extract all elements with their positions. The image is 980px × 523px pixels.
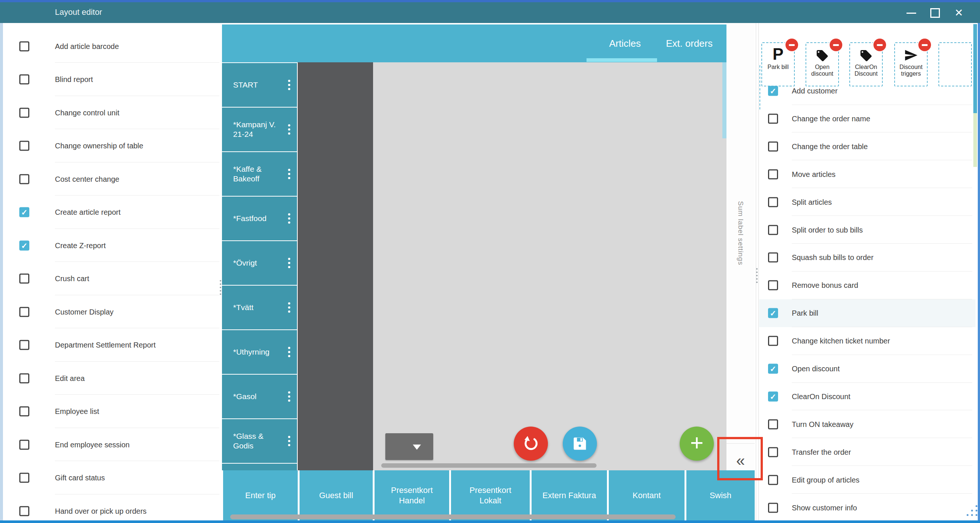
checkbox[interactable]: [19, 307, 29, 317]
kebab-menu-icon[interactable]: [288, 124, 290, 135]
right-splitter-handle[interactable]: [756, 268, 758, 283]
save-button[interactable]: [563, 426, 597, 461]
order-function-row[interactable]: Turn ON takeaway: [759, 410, 978, 438]
payment-button[interactable]: Presentkort Handel: [375, 470, 449, 520]
function-row[interactable]: Employee list: [3, 395, 221, 428]
checkbox[interactable]: [768, 475, 778, 485]
payment-button[interactable]: Swish: [686, 470, 755, 520]
category-button[interactable]: START: [222, 63, 297, 107]
payment-button[interactable]: Enter tip: [223, 470, 298, 520]
checkbox[interactable]: [768, 336, 778, 346]
checkbox[interactable]: [19, 74, 29, 85]
function-row[interactable]: Customer Display: [3, 295, 221, 328]
order-function-row[interactable]: ✓ClearOn Discount: [759, 382, 978, 410]
checkbox[interactable]: [768, 141, 778, 151]
checkbox[interactable]: [19, 274, 29, 284]
checkbox[interactable]: [19, 473, 29, 483]
checkbox[interactable]: [19, 506, 29, 516]
order-function-row[interactable]: ✓Open discount: [759, 355, 978, 383]
function-row[interactable]: Add article barcode: [3, 30, 221, 63]
order-function-row[interactable]: Change kitchen ticket number: [759, 327, 978, 355]
checkbox[interactable]: [768, 419, 778, 429]
checkbox[interactable]: [19, 340, 29, 350]
canvas-horizontal-scrollbar[interactable]: [381, 463, 597, 468]
kebab-menu-icon[interactable]: [288, 391, 290, 402]
checkbox[interactable]: ✓: [768, 391, 778, 401]
checkbox[interactable]: [19, 41, 29, 51]
canvas-vertical-scrollbar[interactable]: [722, 62, 727, 138]
checkbox[interactable]: [19, 174, 29, 184]
order-function-row[interactable]: ✓Add customer: [759, 77, 978, 105]
minimize-button[interactable]: [903, 5, 920, 22]
function-row[interactable]: Gift card status: [3, 461, 221, 494]
checkbox[interactable]: ✓: [19, 208, 29, 217]
close-button[interactable]: ✕: [950, 5, 967, 22]
category-button[interactable]: *Uthyrning: [222, 330, 297, 374]
kebab-menu-icon[interactable]: [288, 258, 290, 268]
checkbox[interactable]: [768, 281, 778, 290]
remove-slot-button[interactable]: [918, 38, 932, 52]
function-row[interactable]: Change ownership of table: [3, 130, 221, 162]
right-scrollbar-thumb[interactable]: [973, 24, 977, 113]
tab-articles[interactable]: Articles: [609, 38, 641, 49]
order-function-row[interactable]: Change the order table: [759, 132, 978, 160]
order-function-row[interactable]: Change the order name: [759, 105, 978, 132]
remove-slot-button[interactable]: [785, 38, 799, 52]
payment-button[interactable]: Extern Faktura: [531, 470, 607, 520]
order-function-row[interactable]: Edit group of articles: [759, 466, 978, 494]
category-button[interactable]: *Fastfood: [222, 197, 297, 240]
kebab-menu-icon[interactable]: [288, 347, 290, 357]
category-button[interactable]: *Tvätt: [222, 285, 297, 330]
add-button[interactable]: +: [680, 426, 714, 461]
checkbox[interactable]: [19, 141, 29, 151]
category-button[interactable]: *Övrigt: [222, 241, 297, 285]
canvas-dropdown[interactable]: [385, 433, 433, 460]
tab-ext-orders[interactable]: Ext. orders: [666, 38, 713, 49]
kebab-menu-icon[interactable]: [288, 436, 290, 446]
payment-button[interactable]: Guest bill: [299, 470, 373, 520]
checkbox[interactable]: [768, 169, 778, 179]
function-row[interactable]: ✓Create article report: [3, 196, 221, 229]
kebab-menu-icon[interactable]: [288, 169, 290, 179]
left-splitter-handle[interactable]: [220, 280, 221, 295]
layout-canvas[interactable]: [373, 62, 727, 470]
maximize-button[interactable]: [926, 5, 943, 22]
checkbox[interactable]: [19, 439, 29, 450]
kebab-menu-icon[interactable]: [288, 302, 290, 313]
order-function-row[interactable]: Show customer info: [759, 494, 978, 521]
checkbox[interactable]: [768, 225, 778, 235]
remove-slot-button[interactable]: [873, 38, 887, 52]
checkbox[interactable]: [768, 253, 778, 263]
function-row[interactable]: Crush cart: [3, 262, 221, 295]
category-button[interactable]: *Gasol: [222, 375, 297, 418]
order-function-row[interactable]: Split order to sub bills: [759, 216, 978, 244]
undo-button[interactable]: [514, 426, 548, 461]
order-function-row[interactable]: Squash sub bills to order: [759, 244, 978, 271]
checkbox[interactable]: [768, 502, 778, 513]
function-row[interactable]: Edit area: [3, 361, 221, 395]
kebab-menu-icon[interactable]: [288, 213, 290, 223]
category-button[interactable]: *Kaffe & Bakeoff: [222, 152, 297, 196]
category-button[interactable]: *Glass & Godis: [222, 419, 297, 463]
kebab-menu-icon[interactable]: [288, 80, 290, 90]
remove-slot-button[interactable]: [829, 38, 843, 52]
checkbox[interactable]: [19, 108, 29, 117]
function-row[interactable]: End employee session: [3, 428, 221, 461]
function-row[interactable]: Department Settlement Report: [3, 329, 221, 361]
checkbox[interactable]: ✓: [768, 86, 778, 96]
payment-button[interactable]: Presentkort Lokalt: [451, 470, 530, 520]
function-row[interactable]: Blind report: [3, 63, 221, 96]
order-function-row[interactable]: ✓Park bill: [759, 300, 978, 327]
category-button-partial[interactable]: [222, 464, 297, 470]
checkbox[interactable]: ✓: [768, 308, 778, 318]
function-row[interactable]: ✓Create Z-report: [3, 229, 221, 262]
resize-grip[interactable]: [964, 504, 980, 521]
category-button[interactable]: *Kampanj V. 21-24: [222, 108, 297, 151]
order-function-row[interactable]: Split articles: [759, 188, 978, 216]
function-row[interactable]: Cost center change: [3, 162, 221, 195]
function-row[interactable]: Hand over or pick up orders: [3, 494, 221, 523]
bottom-horizontal-scrollbar[interactable]: [230, 515, 676, 519]
function-row[interactable]: Change control unit: [3, 96, 221, 129]
order-function-row[interactable]: Transfer the order: [759, 438, 978, 466]
checkbox[interactable]: [19, 407, 29, 417]
